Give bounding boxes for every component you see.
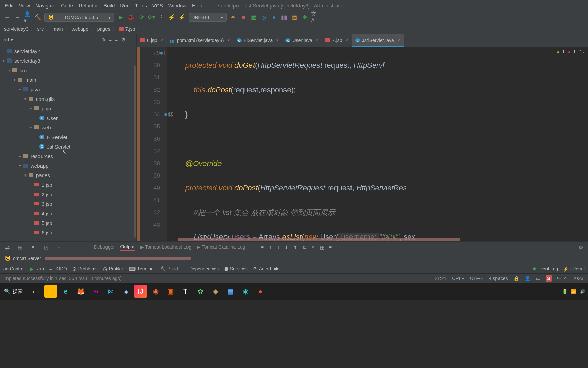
- run-button[interactable]: ▶Run: [30, 266, 44, 272]
- editor-hscrollbar[interactable]: [178, 238, 460, 241]
- scroll-end-icon[interactable]: ↓: [277, 245, 280, 250]
- threads-icon[interactable]: ⊞: [16, 244, 24, 251]
- tree-row[interactable]: ▾main: [0, 75, 136, 85]
- tray-volume-icon[interactable]: 🔊: [580, 289, 585, 294]
- editor-tab[interactable]: CJstlServlet.java×: [352, 34, 404, 47]
- crumb-2[interactable]: main: [52, 26, 63, 32]
- filter-icon[interactable]: ▼: [29, 244, 37, 251]
- tw-tab-output[interactable]: Output: [120, 244, 135, 251]
- app-icon-3[interactable]: ▣: [164, 285, 177, 298]
- terminal-button[interactable]: ⌨Terminal: [129, 266, 155, 272]
- close-tab-icon[interactable]: ×: [161, 37, 163, 43]
- editor-tab[interactable]: mpom.xml (servletday3)×: [167, 34, 233, 47]
- tree-row[interactable]: ▾java: [0, 85, 136, 94]
- edge-icon[interactable]: e: [59, 285, 72, 298]
- app-icon-6[interactable]: ▦: [224, 285, 237, 298]
- app-icon-4[interactable]: ✿: [194, 285, 207, 298]
- nav-forward-icon[interactable]: →: [14, 14, 21, 21]
- tree-row[interactable]: CElServlet: [0, 132, 136, 142]
- settings-icon[interactable]: ⇄: [3, 244, 11, 251]
- build-button[interactable]: 🔨Build: [160, 266, 178, 272]
- menu-build[interactable]: Build: [101, 3, 117, 9]
- circle-icon[interactable]: ●: [270, 14, 278, 21]
- chevron-down-icon[interactable]: ▾: [11, 37, 13, 42]
- taskbar-search[interactable]: 🔍 搜索: [3, 288, 27, 295]
- event-log-button[interactable]: Event Log: [533, 266, 558, 272]
- ime-indicator[interactable]: S: [546, 275, 552, 282]
- task-view-icon[interactable]: ▭: [29, 285, 42, 298]
- jrebel-button[interactable]: ⚡JRebel: [563, 266, 585, 272]
- record-icon[interactable]: ●: [254, 285, 267, 298]
- expand-icon[interactable]: ≡: [115, 37, 118, 42]
- tree-row[interactable]: 6.jsp: [0, 228, 136, 237]
- typora-icon[interactable]: T: [179, 285, 192, 298]
- server-label[interactable]: Tomcat Server: [11, 256, 41, 261]
- minimize-button[interactable]: —: [576, 3, 585, 9]
- version-control-button[interactable]: on Control: [3, 266, 24, 271]
- indent-setting[interactable]: 4 spaces: [489, 276, 508, 281]
- hammer-icon[interactable]: 🔨: [34, 14, 42, 21]
- clear-icon[interactable]: ✕: [311, 245, 315, 250]
- tw-tab-debugger[interactable]: Debugger: [94, 244, 115, 250]
- tw-tab-localhost[interactable]: ▶ Tomcat Localhost Log: [140, 244, 192, 250]
- code-area[interactable]: protected void doGet(HttpServletRequest …: [167, 47, 588, 241]
- tree-row[interactable]: ▾src: [0, 65, 136, 75]
- toolwin-scrollbar[interactable]: [45, 257, 191, 260]
- vscode-icon[interactable]: ⋈: [104, 285, 117, 298]
- profiler-button[interactable]: ◷Profiler: [103, 266, 124, 272]
- ime-lang[interactable]: 中 ✓: [557, 275, 567, 281]
- download-icon[interactable]: ⬇: [284, 245, 289, 250]
- intellij-icon[interactable]: IJ: [134, 285, 147, 298]
- menu-help[interactable]: Help: [190, 3, 205, 9]
- scroll-top-icon[interactable]: ⤒: [268, 245, 273, 250]
- jrebel-debug-icon[interactable]: ⚡: [178, 14, 186, 21]
- tree-row[interactable]: servletday2: [0, 46, 136, 56]
- menu-run[interactable]: Run: [118, 3, 132, 9]
- tray-battery-icon[interactable]: 🔋: [562, 289, 568, 294]
- tray-wifi-icon[interactable]: 📶: [571, 289, 576, 294]
- coverage-icon[interactable]: ⟳: [137, 14, 145, 21]
- crumb-5[interactable]: 7.jsp: [125, 26, 135, 32]
- crumb-0[interactable]: servletday3: [4, 26, 29, 32]
- editor-tab[interactable]: 6.jsp×: [137, 34, 167, 47]
- tree-row[interactable]: CJstlServlet: [0, 142, 136, 151]
- tree-row[interactable]: ▾pojo: [0, 104, 136, 113]
- editor-tab[interactable]: CElServlet.java×: [233, 34, 282, 47]
- upload-icon[interactable]: ⬆: [293, 245, 297, 250]
- crumb-1[interactable]: src: [37, 26, 44, 32]
- grid-icon[interactable]: ▦: [320, 245, 324, 250]
- menu-view[interactable]: View: [17, 3, 32, 9]
- tw-tab-catalina[interactable]: ▶ Tomcat Catalina Log: [197, 244, 245, 250]
- crumb-3[interactable]: webapp: [72, 26, 88, 32]
- gear-icon[interactable]: ⚙: [121, 37, 126, 42]
- tree-row[interactable]: ▾pages: [0, 170, 136, 180]
- caret-position[interactable]: 21:21: [435, 276, 446, 281]
- debug-icon[interactable]: 🐞: [127, 14, 135, 21]
- explorer-icon[interactable]: [44, 285, 57, 298]
- inspection-widget[interactable]: ▲1 ▲1 ⌃⌄: [556, 49, 585, 54]
- layout-icon[interactable]: ⊡: [42, 244, 50, 251]
- project-tree[interactable]: ↖ servletday2▾servletday3▾src▾main▾java▾…: [0, 45, 136, 241]
- jrebel-select[interactable]: JREBEL ▾: [189, 13, 227, 22]
- menu-code[interactable]: Code: [59, 3, 75, 9]
- more-run-icon[interactable]: ⋮: [158, 14, 165, 21]
- firefox-icon[interactable]: 🦊: [74, 285, 87, 298]
- tree-view-label[interactable]: ect: [3, 37, 9, 42]
- target-icon[interactable]: ⊕: [101, 37, 105, 42]
- dependencies-button[interactable]: ⬚Dependencies: [183, 266, 219, 272]
- autobuild-button[interactable]: ⟳Auto-build: [253, 266, 280, 272]
- editor-gutter[interactable]: 29●↑3031323334●@353637383940414243: [137, 47, 167, 241]
- tree-row[interactable]: ▾com.glls: [0, 94, 136, 104]
- app-icon-7[interactable]: ◉: [239, 285, 252, 298]
- menu-edit[interactable]: Edit: [3, 3, 16, 9]
- tree-row[interactable]: 1.jsp: [0, 180, 136, 189]
- tree-row[interactable]: 5.jsp: [0, 218, 136, 228]
- nav-back-icon[interactable]: ←: [3, 14, 11, 21]
- postman-icon[interactable]: ◉: [149, 285, 162, 298]
- editor-body[interactable]: ▲1 ▲1 ⌃⌄ 29●↑3031323334●@353637383940414…: [137, 47, 588, 241]
- gauge-icon[interactable]: ◷: [260, 14, 267, 21]
- line-ending[interactable]: CRLF: [452, 276, 464, 281]
- app-icon-2[interactable]: ◈: [119, 285, 132, 298]
- app-icon-5[interactable]: ◆: [209, 285, 222, 298]
- user-icon[interactable]: 👤▾: [24, 14, 31, 21]
